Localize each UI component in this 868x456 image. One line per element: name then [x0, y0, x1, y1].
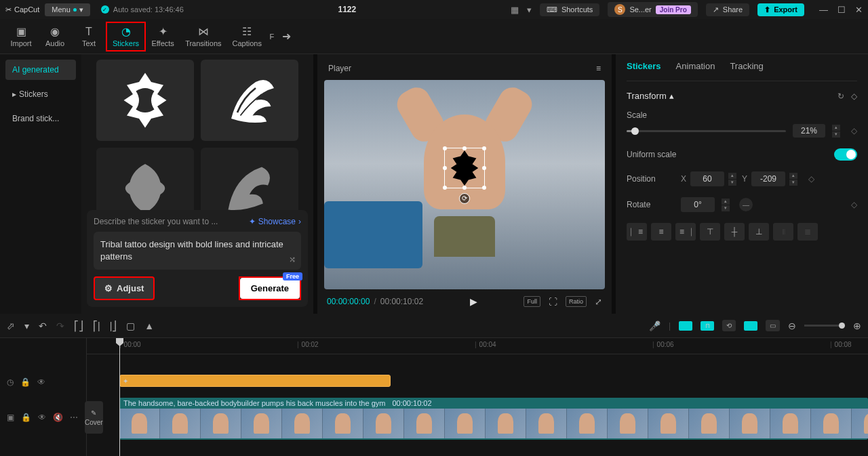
chevron-down-icon[interactable]: ▾ — [527, 5, 532, 15]
zoom-out-button[interactable]: ⊖ — [788, 320, 796, 331]
video-icon[interactable]: ▣ — [7, 413, 14, 422]
rotate-input[interactable]: 0° — [681, 197, 715, 212]
menu-button[interactable]: Menu ▾ — [45, 3, 90, 16]
timeline-ruler[interactable]: 00:00 00:02 00:04 00:06 00:08 — [87, 338, 868, 354]
tab-stickers-props[interactable]: Stickers — [627, 61, 661, 74]
sticker-selection[interactable]: ⟳ — [444, 148, 485, 188]
sidebar-item-ai-generated[interactable]: AI generated — [5, 60, 76, 80]
resize-handle[interactable] — [482, 146, 486, 150]
align-center-v-button[interactable]: ┼ — [724, 223, 745, 241]
mic-icon[interactable]: 🎤 — [649, 320, 660, 331]
delete-button[interactable]: ▢ — [126, 320, 135, 331]
sticker-thumbnail[interactable] — [201, 60, 298, 141]
distribute-v-button[interactable]: ≣ — [797, 223, 818, 241]
mute-icon[interactable]: 🔇 — [53, 413, 63, 422]
resize-handle[interactable] — [443, 146, 447, 150]
lock-icon[interactable]: 🔒 — [20, 377, 31, 387]
magnet-toggle[interactable]: ⊓ — [701, 321, 714, 331]
resize-handle[interactable] — [462, 186, 467, 190]
shortcuts-button[interactable]: ⌨ Shortcuts — [540, 3, 599, 16]
align-top-button[interactable]: ⊤ — [700, 223, 720, 241]
tab-text[interactable]: T Text — [72, 23, 106, 50]
keyframe-icon[interactable]: ◇ — [851, 200, 857, 209]
link-toggle[interactable]: ⟲ — [722, 320, 736, 331]
redo-button[interactable]: ↷ — [56, 320, 64, 331]
eye-icon[interactable]: 👁 — [37, 377, 45, 387]
split-left-button[interactable]: ⎡| — [93, 320, 100, 331]
resize-handle[interactable] — [443, 186, 447, 190]
hamburger-icon[interactable]: ≡ — [596, 64, 601, 73]
expand-icon[interactable]: ⤢ — [595, 297, 602, 307]
resize-handle[interactable] — [462, 146, 467, 150]
align-bottom-button[interactable]: ⊥ — [749, 223, 769, 241]
position-y-input[interactable]: -209 — [751, 171, 785, 186]
split-button[interactable]: ⎡⎦ — [74, 320, 83, 331]
selection-tool-button[interactable]: ⬀ — [7, 320, 15, 331]
sticker-thumbnail[interactable] — [96, 60, 194, 141]
user-button[interactable]: S Se...er Join Pro — [608, 2, 697, 17]
slider-thumb[interactable] — [631, 127, 639, 135]
undo-button[interactable]: ↶ — [39, 320, 47, 331]
uniform-scale-toggle[interactable] — [834, 148, 857, 161]
marker-button[interactable]: ▭ — [766, 320, 780, 331]
overflow-button[interactable]: ➜ — [277, 30, 296, 43]
decrement-button[interactable]: ▾ — [832, 131, 840, 138]
snap-toggle[interactable] — [679, 321, 692, 331]
keyframe-icon[interactable]: ◇ — [851, 91, 857, 101]
resize-handle[interactable] — [482, 186, 486, 190]
distribute-h-button[interactable]: ⫴ — [773, 223, 793, 241]
focus-icon[interactable]: ⛶ — [549, 297, 557, 307]
export-button[interactable]: ⬆ Export — [757, 3, 804, 16]
decrement-button[interactable]: ▾ — [789, 180, 797, 186]
reset-icon[interactable]: ↻ — [837, 91, 844, 101]
keyframe-icon[interactable]: ◇ — [851, 126, 857, 136]
split-right-button[interactable]: |⎦ — [110, 320, 117, 331]
slider-thumb[interactable] — [839, 323, 845, 329]
eye-icon[interactable]: 👁 — [38, 413, 46, 422]
tab-animation[interactable]: Animation — [676, 61, 715, 74]
keyframe-icon[interactable]: ◇ — [808, 174, 814, 184]
join-pro-badge[interactable]: Join Pro — [656, 5, 691, 14]
player-viewport[interactable]: ⟳ — [324, 80, 605, 289]
maximize-button[interactable]: ☐ — [837, 5, 846, 15]
resize-handle[interactable] — [482, 166, 486, 170]
increment-button[interactable]: ▴ — [832, 125, 840, 131]
generate-button[interactable]: Generate — [240, 278, 300, 299]
link-icon[interactable]: — — [739, 198, 753, 211]
zoom-in-button[interactable]: ⊕ — [853, 320, 861, 331]
adjust-button[interactable]: ⚙ Adjust — [94, 276, 155, 300]
position-x-input[interactable]: 60 — [690, 171, 724, 186]
layout-icon[interactable]: ▦ — [511, 5, 519, 15]
scale-slider[interactable] — [627, 130, 786, 132]
tab-tracking[interactable]: Tracking — [730, 61, 763, 74]
minimize-button[interactable]: — — [819, 5, 828, 15]
mirror-button[interactable]: ▲ — [144, 320, 154, 331]
clock-icon[interactable]: ◷ — [7, 377, 14, 387]
align-left-button[interactable]: ⎸≡ — [627, 223, 647, 241]
increment-button[interactable]: ▴ — [728, 173, 736, 179]
sidebar-item-brand[interactable]: Brand stick... — [5, 108, 76, 129]
rotate-handle[interactable]: ⟳ — [459, 193, 470, 204]
more-icon[interactable]: ⋯ — [70, 413, 78, 422]
preview-toggle[interactable] — [744, 321, 757, 331]
decrement-button[interactable]: ▾ — [722, 205, 730, 211]
tab-effects[interactable]: ✦ Effects — [146, 23, 180, 50]
zoom-slider[interactable] — [804, 325, 845, 327]
close-button[interactable]: ✕ — [855, 5, 863, 15]
tab-captions[interactable]: ☷ Captions — [227, 23, 267, 50]
video-clip[interactable]: The handsome, bare-backed bodybuilder pu… — [119, 398, 868, 440]
share-button[interactable]: ↗ Share — [706, 3, 749, 16]
align-center-h-button[interactable]: ≡ — [651, 223, 671, 241]
ai-prompt-input[interactable]: Tribal tattoo design with bold lines and… — [94, 232, 301, 270]
tab-import[interactable]: ▣ Import — [4, 23, 38, 50]
tab-audio[interactable]: ◉ Audio — [38, 23, 72, 50]
ratio-button[interactable]: Ratio — [566, 296, 587, 307]
play-button[interactable]: ▶ — [470, 296, 477, 307]
decrement-button[interactable]: ▾ — [728, 180, 736, 186]
increment-button[interactable]: ▴ — [789, 173, 797, 179]
transform-title[interactable]: Transform ▴ — [627, 91, 674, 101]
sticker-clip[interactable]: ✦ — [119, 375, 391, 387]
align-right-button[interactable]: ≡⎹ — [675, 223, 696, 241]
full-button[interactable]: Full — [524, 296, 540, 307]
showcase-link[interactable]: ✦ Showcase › — [249, 217, 301, 226]
